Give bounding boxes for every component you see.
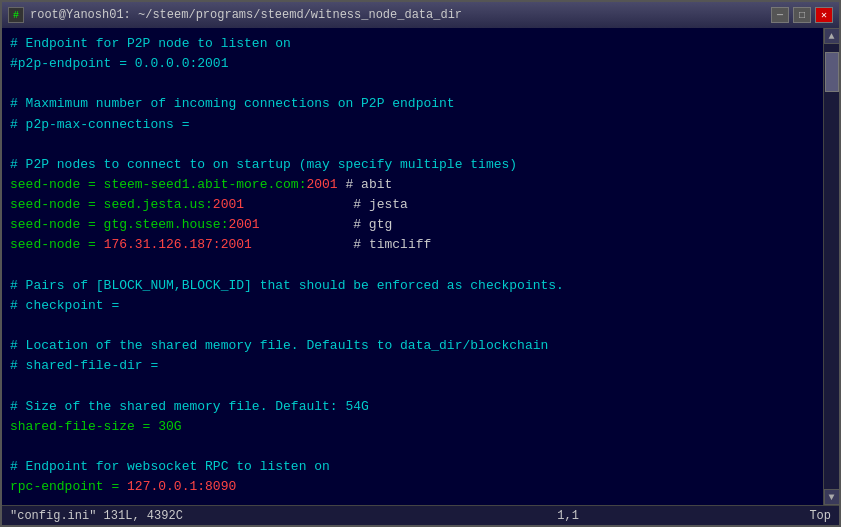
scroll-down-button[interactable]: ▼ xyxy=(824,489,840,505)
line-8: seed-node = steem-seed1.abit-more.com:20… xyxy=(10,175,815,195)
line-5: # p2p-max-connections = xyxy=(10,115,815,135)
line-16: # Location of the shared memory file. De… xyxy=(10,336,815,356)
line-23: rpc-endpoint = 127.0.0.1:8090 xyxy=(10,477,815,497)
line-13: # Pairs of [BLOCK_NUM,BLOCK_ID] that sho… xyxy=(10,276,815,296)
line-15 xyxy=(10,316,815,336)
scroll-up-button[interactable]: ▲ xyxy=(824,28,840,44)
line-10: seed-node = gtg.steem.house:2001 # gtg xyxy=(10,215,815,235)
maximize-button[interactable]: □ xyxy=(793,7,811,23)
line-22: # Endpoint for websocket RPC to listen o… xyxy=(10,457,815,477)
minimize-button[interactable]: ─ xyxy=(771,7,789,23)
window-icon: # xyxy=(8,7,24,23)
line-17: # shared-file-dir = xyxy=(10,356,815,376)
line-20: shared-file-size = 30G xyxy=(10,417,815,437)
line-7: # P2P nodes to connect to on startup (ma… xyxy=(10,155,815,175)
line-2: #p2p-endpoint = 0.0.0.0:2001 xyxy=(10,54,815,74)
terminal-window: # root@Yanosh01: ~/steem/programs/steemd… xyxy=(0,0,841,527)
line-9: seed-node = seed.jesta.us:2001 # jesta xyxy=(10,195,815,215)
line-18 xyxy=(10,376,815,396)
titlebar-left: # root@Yanosh01: ~/steem/programs/steemd… xyxy=(8,7,462,23)
titlebar-buttons: ─ □ ✕ xyxy=(771,7,833,23)
line-12 xyxy=(10,256,815,276)
terminal-content[interactable]: # Endpoint for P2P node to listen on #p2… xyxy=(2,28,823,505)
line-11: seed-node = 176.31.126.187:2001 # timcli… xyxy=(10,235,815,255)
line-1: # Endpoint for P2P node to listen on xyxy=(10,34,815,54)
line-14: # checkpoint = xyxy=(10,296,815,316)
terminal-container: # Endpoint for P2P node to listen on #p2… xyxy=(2,28,839,505)
statusbar-position: 1,1 Top xyxy=(557,509,831,523)
scroll-thumb[interactable] xyxy=(825,52,839,92)
titlebar-title: root@Yanosh01: ~/steem/programs/steemd/w… xyxy=(30,8,462,22)
line-3 xyxy=(10,74,815,94)
titlebar: # root@Yanosh01: ~/steem/programs/steemd… xyxy=(2,2,839,28)
scrollbar[interactable]: ▲ ▼ xyxy=(823,28,839,505)
line-19: # Size of the shared memory file. Defaul… xyxy=(10,397,815,417)
line-6 xyxy=(10,135,815,155)
scroll-track[interactable] xyxy=(824,44,839,489)
statusbar: "config.ini" 131L, 4392C 1,1 Top xyxy=(2,505,839,525)
statusbar-file-info: "config.ini" 131L, 4392C xyxy=(10,509,183,523)
line-4: # Maxmimum number of incoming connection… xyxy=(10,94,815,114)
close-button[interactable]: ✕ xyxy=(815,7,833,23)
line-21 xyxy=(10,437,815,457)
